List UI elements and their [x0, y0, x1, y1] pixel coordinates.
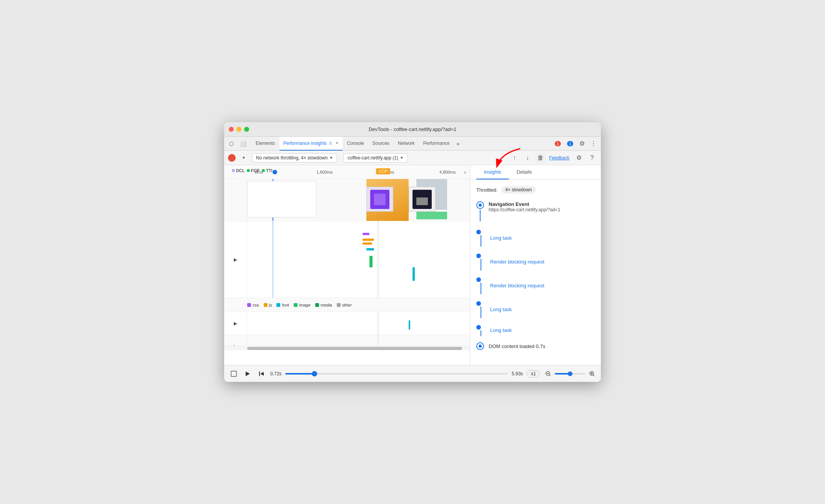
tab-close-icon[interactable]: ✕	[335, 141, 339, 146]
errors-badge: 1	[555, 141, 561, 146]
messages-button[interactable]: 1	[565, 140, 576, 147]
errors-button[interactable]: 1	[552, 140, 563, 147]
zoom-slider[interactable]	[555, 373, 585, 375]
tab-network[interactable]: Network	[394, 137, 419, 151]
help-icon[interactable]: ?	[587, 153, 597, 163]
tab-performance[interactable]: Performance	[419, 137, 454, 151]
svg-marker-2	[246, 371, 250, 376]
long-task-3-link[interactable]: Long task	[490, 327, 512, 333]
extra-row-2: ▶	[224, 335, 470, 346]
start-time: 0.72s	[270, 371, 281, 376]
upload-icon[interactable]: ↑	[509, 153, 520, 163]
throttle-dropdown[interactable]: No network throttling, 4× slowdown ▼	[252, 153, 337, 162]
legend-media: media	[315, 303, 332, 307]
extra-row-2-content	[247, 335, 470, 346]
record-button[interactable]	[228, 154, 236, 162]
dashed-line-2	[378, 312, 378, 335]
more-options-button[interactable]: ⋮	[589, 139, 599, 149]
minimize-button[interactable]	[236, 127, 241, 132]
event-line-3	[481, 259, 481, 270]
scroll-thumb[interactable]	[247, 347, 462, 350]
filled-dot-4	[476, 301, 481, 306]
dashed-line-3	[378, 335, 378, 346]
url-dropdown-arrow: ▼	[400, 156, 404, 160]
zoom-track	[555, 373, 585, 375]
event-long-task-2: Long task	[476, 300, 595, 318]
expand-right-button[interactable]: ›	[464, 169, 466, 175]
toolbar: ▼ No network throttling, 4× slowdown ▼ c…	[224, 151, 601, 165]
inspect-icon[interactable]: ⬜	[238, 139, 248, 149]
long-task-1-link[interactable]: Long task	[490, 235, 512, 241]
event-dot-long-task-3	[476, 324, 486, 336]
timeline-area: 0ms 1,600ms 3,200ms 4,800ms DCL FCP	[224, 165, 470, 365]
event-dot-long-task-2	[476, 300, 486, 318]
network-row: ▶	[224, 221, 470, 298]
devtools-window: DevTools - coffee-cart.netlify.app/?ad=1…	[224, 122, 601, 382]
event-render-blocking-2: Render blocking request	[476, 277, 595, 294]
event-navigation: Navigation Event https://coffee-cart.net…	[476, 201, 595, 221]
css-bar	[363, 233, 369, 235]
image-bar	[369, 256, 373, 267]
feedback-link[interactable]: Feedback	[549, 155, 569, 161]
legend-js: js	[264, 303, 272, 307]
playback-slider[interactable]	[285, 373, 508, 375]
event-line-1	[480, 210, 481, 221]
screenshot-row-content	[247, 179, 470, 221]
more-tabs-button[interactable]: »	[454, 141, 462, 147]
end-time: 5.93s	[512, 371, 523, 376]
dashed-timeline-line	[378, 221, 378, 298]
svg-rect-1	[231, 371, 236, 376]
time-marker-1: 1,600ms	[316, 170, 333, 174]
event-dot-render-blocking-1	[476, 253, 486, 270]
insights-tab-details[interactable]: Details	[509, 165, 540, 179]
fcp-label: FCP	[251, 168, 259, 173]
tab-actions: 1 1 ⚙ ⋮	[552, 139, 599, 149]
play-button[interactable]	[243, 369, 253, 379]
legend-css: css	[247, 303, 259, 307]
delete-icon[interactable]: 🗑	[535, 153, 546, 163]
lcp-label: LCP	[376, 168, 390, 174]
screenshot-blank-frame	[247, 181, 316, 217]
insights-tab-insights[interactable]: Insights	[476, 165, 509, 179]
dom-loaded-label: DOM content loaded 0.7s	[489, 343, 545, 349]
render-blocking-1-link[interactable]: Render blocking request	[490, 259, 544, 265]
insights-content: Throttled: 4× slowdown Navigation Event …	[470, 180, 601, 365]
font-bar	[366, 248, 374, 250]
timeline-cursor	[273, 170, 277, 174]
event-dot-long-task-1	[476, 229, 486, 247]
record-stop-icon[interactable]	[229, 369, 239, 379]
extra-row-1-collapse[interactable]: ▶	[234, 321, 237, 326]
speed-badge: x1	[527, 370, 540, 378]
download-icon[interactable]: ↓	[522, 153, 533, 163]
other-legend-dot	[337, 303, 341, 307]
skip-to-start-button[interactable]	[256, 369, 266, 379]
navigation-event-url: https://coffee-cart.netlify.app/?ad=1	[489, 207, 595, 212]
settings-button[interactable]: ⚙	[577, 139, 587, 149]
network-collapse-arrow[interactable]: ▶	[234, 257, 237, 262]
render-blocking-2-link[interactable]: Render blocking request	[490, 283, 544, 288]
zoom-out-button[interactable]	[544, 370, 552, 378]
legend-image: image	[294, 303, 311, 307]
url-dropdown[interactable]: coffee-cart.netlify.app (1) ▼	[343, 153, 408, 162]
zoom-thumb[interactable]	[568, 371, 572, 376]
tab-performance-insights[interactable]: Performance insights ⚠ ✕	[279, 137, 343, 151]
maximize-button[interactable]	[244, 127, 249, 132]
svg-line-6	[549, 375, 551, 376]
tab-console[interactable]: Console	[343, 137, 368, 151]
settings-icon[interactable]: ⚙	[574, 153, 584, 163]
long-task-2-link[interactable]: Long task	[490, 307, 512, 312]
timeline-rows: ▶	[224, 179, 470, 346]
record-dropdown-icon[interactable]: ▼	[239, 153, 249, 163]
tab-elements[interactable]: Elements	[252, 137, 279, 151]
event-long-task-3: Long task	[476, 324, 595, 336]
messages-badge: 1	[567, 141, 573, 146]
zoom-controls	[544, 370, 596, 378]
cursor-icon[interactable]: ⬡	[226, 139, 236, 149]
tab-sources[interactable]: Sources	[369, 137, 393, 151]
cyan-bar	[412, 267, 415, 281]
playback-fill	[285, 373, 314, 375]
close-button[interactable]	[229, 127, 234, 132]
zoom-in-button[interactable]	[588, 370, 596, 378]
playback-thumb[interactable]	[312, 371, 317, 376]
green-stripe	[416, 212, 447, 219]
